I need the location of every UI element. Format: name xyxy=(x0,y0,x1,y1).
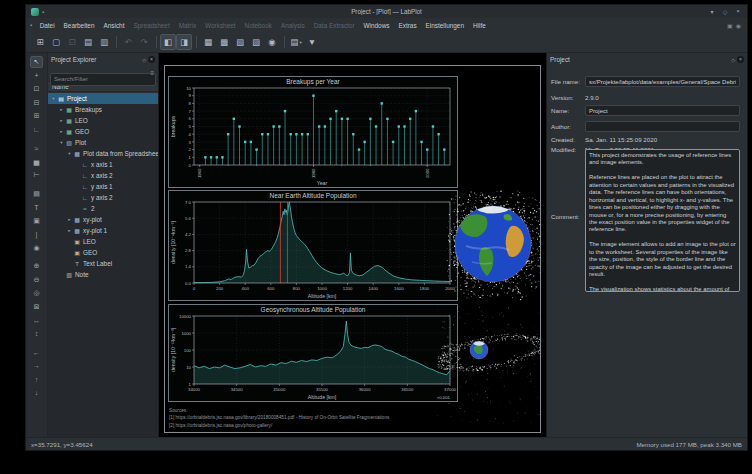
menu-windows[interactable]: Windows xyxy=(359,18,394,32)
close-properties-icon[interactable]: × xyxy=(737,56,744,63)
expander-icon[interactable]: ▸ xyxy=(58,107,65,112)
pin-icon[interactable]: ▪ xyxy=(42,9,44,15)
open-project-button[interactable]: ▢ xyxy=(48,34,64,50)
tree-item-y-axis-2[interactable]: ∟y axis 2 xyxy=(48,192,158,203)
minimize-button[interactable]: ▾ xyxy=(708,8,716,15)
menu-ansicht[interactable]: Ansicht xyxy=(99,18,129,32)
tree-item-xy-plot[interactable]: ▸▩xy-plot xyxy=(48,214,158,225)
tree-item-geo[interactable]: ▸▦GEO xyxy=(48,126,158,137)
window-menu-icon[interactable]: ▪ xyxy=(30,22,32,28)
geo-debris-image[interactable] xyxy=(437,306,541,424)
menu-bearbeiten[interactable]: Bearbeiten xyxy=(59,18,99,32)
select-mode-button[interactable]: ↖ xyxy=(30,56,43,68)
search-options-icon[interactable]: ≡ xyxy=(150,70,154,76)
expander-icon[interactable]: ▸ xyxy=(58,118,65,123)
plot-geosynchronous-altitude[interactable]: Geosynchronous Altitude Population340003… xyxy=(168,304,458,402)
add-xy-curve-button[interactable]: ≈ xyxy=(30,142,43,154)
tree-item-xy-plot-1[interactable]: ▸▩xy-plot 1 xyxy=(48,225,158,236)
tree-item-leo[interactable]: ▸▦LEO xyxy=(48,115,158,126)
add-image-button[interactable]: ▣ xyxy=(30,215,43,227)
tree-item-leo[interactable]: ▣LEO xyxy=(48,236,158,247)
sources-text-label[interactable]: Sources: [1] https://orbitaldebris.jsc.n… xyxy=(169,407,389,429)
tree-item-x-axis-2[interactable]: ∟x axis 2 xyxy=(48,170,158,181)
print-preview-button[interactable]: ▥ xyxy=(96,34,112,50)
add-text-label-button[interactable]: T xyxy=(30,201,43,213)
menubar-overflow-icon[interactable]: ▣ xyxy=(727,22,733,29)
add-histogram-button[interactable]: ▅ xyxy=(30,156,43,168)
zoom-y-select-mode-button[interactable]: ⊞ xyxy=(30,110,43,122)
tree-item-note[interactable]: ▥Note xyxy=(48,269,158,280)
project-explorer-header[interactable]: Project Explorer ◇ × xyxy=(48,53,158,66)
add-custom-point-button[interactable]: ◉ xyxy=(30,242,43,254)
zoom-fit-width-button[interactable]: ↔ xyxy=(30,314,43,326)
tree-item-project[interactable]: ▾▤Project xyxy=(48,93,158,104)
zoom-select-mode-button[interactable]: ⊡ xyxy=(30,83,43,95)
new-worksheet-button[interactable]: ▧ xyxy=(232,34,248,50)
file-name-input[interactable] xyxy=(585,76,740,87)
crosshair-mode-button[interactable]: + xyxy=(30,70,43,82)
zoom-origin-button[interactable]: ◎ xyxy=(30,287,43,299)
plot-breakups-per-year[interactable]: Breakups per Year19601980200001234567891… xyxy=(168,76,458,188)
menu-hilfe[interactable]: Hilfe xyxy=(468,18,490,32)
name-input[interactable] xyxy=(585,105,740,116)
tree-item-plot-data-from-spreadsheet[interactable]: ▾▩Plot data from Spreadsheet xyxy=(48,148,158,159)
expander-icon[interactable]: ▸ xyxy=(58,129,65,134)
add-axis-button[interactable]: ∟ xyxy=(30,124,43,136)
menu-extras[interactable]: Extras xyxy=(394,18,421,32)
new-plot-button[interactable]: ▤▾ xyxy=(288,34,304,50)
menu-datei[interactable]: Datei xyxy=(35,18,59,32)
zoom-fit-page-button[interactable]: ⊠ xyxy=(30,301,43,313)
maximize-button[interactable]: ◇ xyxy=(721,8,729,15)
new-project-button[interactable]: ⊞ xyxy=(32,34,48,50)
author-input[interactable] xyxy=(585,121,740,132)
shift-down-y-button[interactable]: ↓ xyxy=(30,387,43,399)
zoom-x-select-mode-button[interactable]: ⊟ xyxy=(30,97,43,109)
worksheet-view[interactable]: Breakups per Year19601980200001234567891… xyxy=(159,53,546,437)
zoom-out-button[interactable]: ⊖ xyxy=(30,274,43,286)
search-input[interactable] xyxy=(50,73,156,86)
add-legend-button[interactable]: ▤ xyxy=(30,188,43,200)
new-spreadsheet-button[interactable]: ▦ xyxy=(200,34,216,50)
shift-right-x-button[interactable]: → xyxy=(30,360,43,372)
tree-item-label: GEO xyxy=(75,128,89,135)
add-reference-line-button[interactable]: | xyxy=(30,228,43,240)
close-button[interactable]: × xyxy=(734,8,742,15)
worksheet-page[interactable]: Breakups per Year19601980200001234567891… xyxy=(164,65,541,433)
expander-icon[interactable]: ▾ xyxy=(58,140,65,145)
export-worksheet-button[interactable]: ▼ xyxy=(304,34,320,50)
float-dock-icon[interactable]: ◇ xyxy=(142,57,146,63)
properties-header[interactable]: Project ◇ × xyxy=(547,53,747,66)
zoom-in-button[interactable]: ⊕ xyxy=(30,260,43,272)
plot-near-earth-altitude[interactable]: Near Earth Altitude Population0200400600… xyxy=(168,190,458,301)
tree-item-breakups[interactable]: ▸▦Breakups xyxy=(48,104,158,115)
titlebar[interactable]: ▪ Project - [Plot] — LabPlot ▾◇× xyxy=(26,5,747,18)
statusbar-coordinates: x=35.7291, y=3.45624 xyxy=(31,441,93,448)
menu-einstellungen[interactable]: Einstellungen xyxy=(421,18,468,32)
expander-icon[interactable]: ▾ xyxy=(66,151,73,156)
tree-item-y-axis-1[interactable]: ∟y axis 1 xyxy=(48,181,158,192)
expander-icon[interactable]: ▸ xyxy=(66,228,73,233)
new-datapicker-button[interactable]: ◉ xyxy=(264,34,280,50)
tree-item-plot[interactable]: ▾▧Plot xyxy=(48,137,158,148)
expander-icon[interactable]: ▸ xyxy=(66,217,73,222)
new-matrix-button[interactable]: ▩ xyxy=(216,34,232,50)
svg-text:Altitude [km]: Altitude [km] xyxy=(308,293,337,299)
toggle-properties-dock-button[interactable]: ◨ xyxy=(176,34,192,50)
new-notebook-button[interactable]: ▨ xyxy=(248,34,264,50)
shift-up-y-button[interactable]: ↑ xyxy=(30,373,43,385)
zoom-fit-height-button[interactable]: ↕ xyxy=(30,328,43,340)
tree-item-geo[interactable]: ▣GEO xyxy=(48,247,158,258)
comment-textarea[interactable]: This project demonstrates the usage of r… xyxy=(585,149,740,292)
toggle-project-explorer-button[interactable]: ◧ xyxy=(160,34,176,50)
tree-item-2[interactable]: ≈2 xyxy=(48,203,158,214)
tree-item-x-axis-1[interactable]: ∟x axis 1 xyxy=(48,159,158,170)
float-properties-icon[interactable]: ◇ xyxy=(731,57,735,63)
add-boxplot-button[interactable]: ⊢ xyxy=(30,169,43,181)
shift-left-x-button[interactable]: ← xyxy=(30,346,43,358)
leo-debris-image[interactable] xyxy=(446,190,541,302)
close-dock-icon[interactable]: × xyxy=(148,56,155,63)
print-button[interactable]: ▤ xyxy=(80,34,96,50)
menubar-handle-icon[interactable]: ◉ xyxy=(736,22,741,29)
expander-icon[interactable]: ▾ xyxy=(50,96,57,101)
tree-item-text-label[interactable]: TText Label xyxy=(48,258,158,269)
